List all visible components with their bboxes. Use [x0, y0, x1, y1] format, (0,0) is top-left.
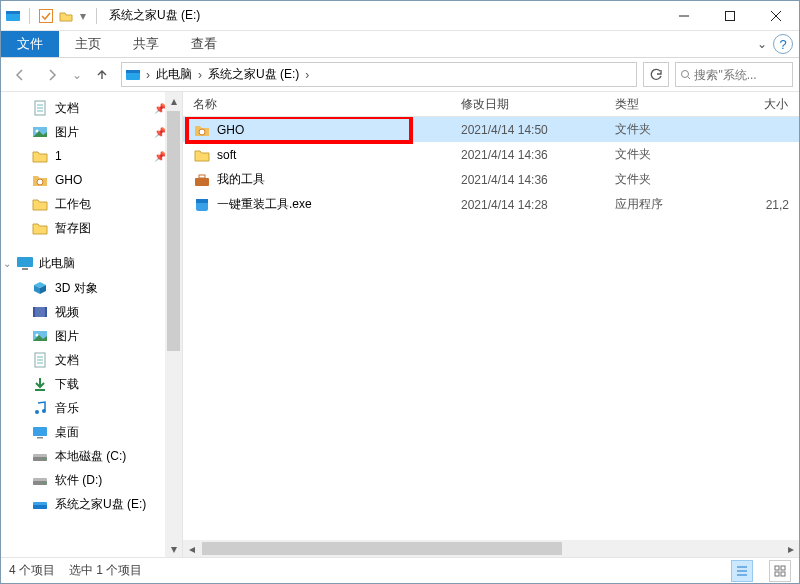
sidebar-item[interactable]: 下载 — [1, 372, 182, 396]
scrollbar-thumb[interactable] — [167, 111, 180, 351]
ribbon-file-tab[interactable]: 文件 — [1, 31, 59, 57]
ribbon-tab-home[interactable]: 主页 — [59, 31, 117, 57]
file-date: 2021/4/14 14:28 — [455, 198, 609, 212]
forward-button[interactable] — [39, 62, 65, 88]
sidebar-item[interactable]: 1📌 — [1, 144, 182, 168]
file-name: 一键重装工具.exe — [217, 196, 312, 213]
doc-icon — [31, 99, 49, 117]
drive-icon — [31, 471, 49, 489]
column-size[interactable]: 大小 — [735, 92, 799, 116]
column-name[interactable]: 名称 — [187, 92, 455, 116]
breadcrumb-item[interactable]: 此电脑 — [152, 66, 196, 83]
back-button[interactable] — [7, 62, 33, 88]
sidebar-item[interactable]: 文档📌 — [1, 96, 182, 120]
svg-rect-51 — [781, 566, 785, 570]
up-button[interactable] — [89, 62, 115, 88]
sidebar-item-label: 3D 对象 — [55, 280, 98, 297]
svg-rect-1 — [6, 11, 20, 14]
svg-rect-33 — [37, 437, 43, 439]
file-row[interactable]: 一键重装工具.exe2021/4/14 14:28应用程序21,2 — [183, 192, 799, 217]
sidebar-item[interactable]: 本地磁盘 (C:) — [1, 444, 182, 468]
svg-rect-19 — [22, 268, 28, 270]
ribbon-expand-icon[interactable]: ⌄ — [751, 31, 773, 57]
sidebar-item[interactable]: 工作包 — [1, 192, 182, 216]
breadcrumb-item[interactable]: 系统之家U盘 (E:) — [204, 66, 303, 83]
sidebar-item-label: 软件 (D:) — [55, 472, 102, 489]
sidebar-item-label: 下载 — [55, 376, 79, 393]
sidebar-item-label: 本地磁盘 (C:) — [55, 448, 126, 465]
caret-down-icon[interactable]: ⌄ — [3, 258, 11, 269]
view-details-button[interactable] — [731, 560, 753, 582]
horizontal-scrollbar[interactable]: ◂ ▸ — [183, 540, 799, 557]
ribbon-tab-view[interactable]: 查看 — [175, 31, 233, 57]
sidebar-item-label: 文档 — [55, 100, 79, 117]
svg-rect-20 — [33, 307, 47, 317]
sidebar-item[interactable]: 文档 — [1, 348, 182, 372]
search-box[interactable] — [675, 62, 793, 87]
file-row[interactable]: 我的工具2021/4/14 14:36文件夹 — [183, 167, 799, 192]
help-icon[interactable]: ? — [773, 34, 793, 54]
sidebar-item[interactable]: 系统之家U盘 (E:) — [1, 492, 182, 516]
svg-line-10 — [688, 77, 690, 80]
column-date[interactable]: 修改日期 — [455, 92, 609, 116]
sidebar-item[interactable]: 暂存图 — [1, 216, 182, 240]
ribbon: 文件 主页 共享 查看 ⌄ ? — [1, 31, 799, 58]
refresh-button[interactable] — [643, 62, 669, 87]
exe-icon — [193, 196, 211, 214]
file-list: 名称 修改日期 类型 大小 GHO2021/4/14 14:50文件夹soft2… — [183, 92, 799, 557]
drive-icon — [124, 66, 142, 84]
file-row[interactable]: GHO2021/4/14 14:50文件夹 — [183, 117, 799, 142]
svg-rect-41 — [33, 505, 47, 509]
sidebar-item-label: GHO — [55, 173, 82, 187]
sidebar-scrollbar[interactable]: ▴ ▾ — [165, 92, 182, 557]
sidebar-item-label: 视频 — [55, 304, 79, 321]
svg-point-39 — [43, 482, 45, 484]
svg-point-31 — [42, 409, 46, 413]
search-icon — [680, 69, 690, 81]
titlebar-left: ▾ 系统之家U盘 (E:) — [1, 7, 661, 24]
sidebar-item[interactable]: GHO — [1, 168, 182, 192]
chevron-right-icon[interactable]: › — [303, 68, 311, 82]
svg-rect-4 — [726, 12, 735, 21]
sidebar-item[interactable]: 音乐 — [1, 396, 182, 420]
hscrollbar-thumb[interactable] — [202, 542, 562, 555]
sidebar-item-label: 文档 — [55, 352, 79, 369]
explorer-icon — [5, 8, 21, 24]
column-type[interactable]: 类型 — [609, 92, 735, 116]
status-selected-count: 选中 1 个项目 — [69, 562, 142, 579]
scroll-up-icon[interactable]: ▴ — [165, 92, 182, 109]
checkbox-icon[interactable] — [38, 8, 54, 24]
breadcrumb[interactable]: › 此电脑 › 系统之家U盘 (E:) › — [121, 62, 637, 87]
sidebar-item[interactable]: 软件 (D:) — [1, 468, 182, 492]
file-row[interactable]: soft2021/4/14 14:36文件夹 — [183, 142, 799, 167]
status-item-count: 4 个项目 — [9, 562, 55, 579]
svg-rect-46 — [196, 199, 208, 203]
column-headers: 名称 修改日期 类型 大小 — [183, 92, 799, 117]
svg-rect-53 — [781, 572, 785, 576]
scroll-down-icon[interactable]: ▾ — [165, 540, 182, 557]
history-dropdown-icon[interactable]: ⌄ — [71, 68, 83, 82]
svg-rect-52 — [775, 572, 779, 576]
maximize-button[interactable] — [707, 1, 753, 31]
qat-overflow-icon[interactable]: ▾ — [78, 9, 88, 23]
chevron-right-icon[interactable]: › — [196, 68, 204, 82]
chevron-right-icon[interactable]: › — [144, 68, 152, 82]
ribbon-tab-share[interactable]: 共享 — [117, 31, 175, 57]
minimize-button[interactable] — [661, 1, 707, 31]
sidebar-item[interactable]: 视频 — [1, 300, 182, 324]
sidebar-item-label: 1 — [55, 149, 62, 163]
scroll-right-icon[interactable]: ▸ — [782, 540, 799, 557]
sidebar-item[interactable]: 桌面 — [1, 420, 182, 444]
sidebar-item[interactable]: 图片📌 — [1, 120, 182, 144]
sidebar-item[interactable]: 3D 对象 — [1, 276, 182, 300]
sidebar-thispc[interactable]: ⌄此电脑 — [1, 250, 182, 276]
folder-qat-icon[interactable] — [58, 8, 74, 24]
view-thumbnails-button[interactable] — [769, 560, 791, 582]
search-input[interactable] — [694, 68, 788, 82]
sidebar-item[interactable]: 图片 — [1, 324, 182, 348]
scroll-left-icon[interactable]: ◂ — [183, 540, 200, 557]
thispc-icon — [15, 254, 33, 272]
file-date: 2021/4/14 14:50 — [455, 123, 609, 137]
pic-icon — [31, 327, 49, 345]
close-button[interactable] — [753, 1, 799, 31]
